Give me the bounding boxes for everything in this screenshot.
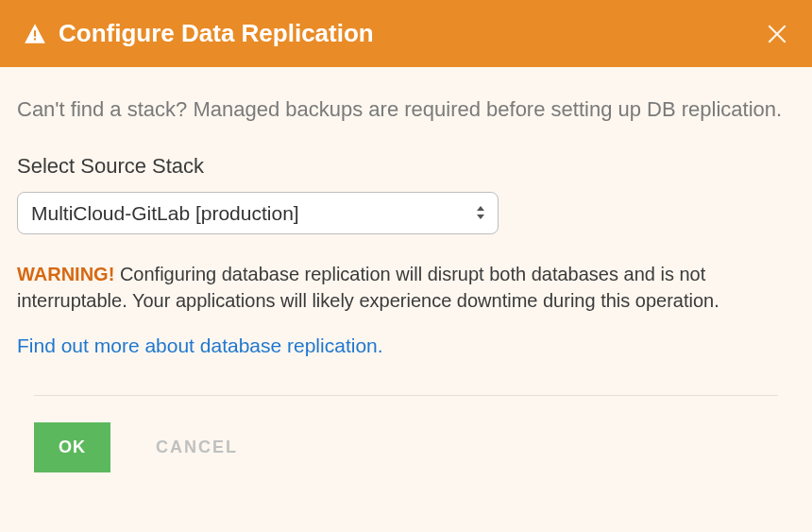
source-stack-label: Select Source Stack (17, 154, 795, 179)
help-text: Can't find a stack? Managed backups are … (17, 95, 795, 124)
learn-more-link[interactable]: Find out more about database replication… (17, 335, 383, 357)
svg-rect-0 (34, 30, 36, 37)
svg-rect-1 (34, 38, 36, 40)
modal-title: Configure Data Replication (59, 19, 374, 48)
modal-footer: OK CANCEL (34, 395, 778, 472)
close-icon[interactable] (765, 22, 789, 46)
warning-message: WARNING! Configuring database replicatio… (17, 261, 795, 314)
warning-body-text: Configuring database replication will di… (17, 264, 719, 311)
warning-triangle-icon (23, 22, 47, 46)
warning-label: WARNING! (17, 264, 114, 284)
modal-header: Configure Data Replication (0, 0, 812, 67)
source-stack-select[interactable]: MultiCloud-GitLab [production] (17, 192, 499, 234)
modal-header-left: Configure Data Replication (23, 19, 374, 48)
source-stack-select-wrapper: MultiCloud-GitLab [production] (17, 192, 499, 234)
cancel-button[interactable]: CANCEL (156, 438, 238, 457)
configure-replication-modal: Configure Data Replication Can't find a … (0, 0, 812, 532)
ok-button[interactable]: OK (34, 422, 110, 472)
modal-body: Can't find a stack? Managed backups are … (0, 67, 812, 532)
